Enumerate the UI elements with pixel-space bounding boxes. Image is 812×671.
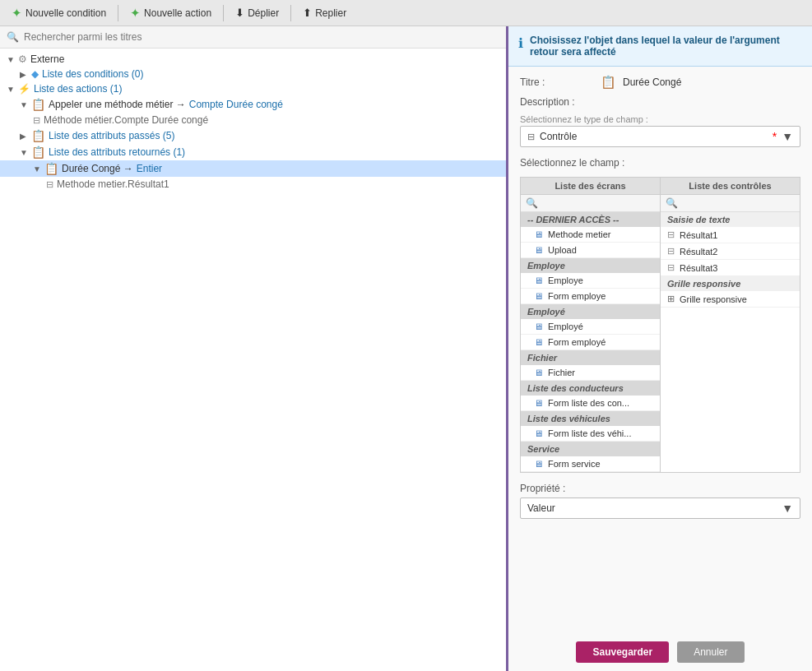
field-type-arrow: ▼ <box>782 130 793 143</box>
property-select[interactable]: Valeur ▼ <box>520 497 800 519</box>
new-condition-button[interactable]: ✦ Nouvelle condition <box>7 4 111 22</box>
screen-icon-employe: 🖥 <box>534 275 543 285</box>
tree-item-method-name[interactable]: ⊟ Méthode métier.Compte Durée congé <box>0 113 506 127</box>
property-label: Propriété : <box>520 483 800 494</box>
search-input[interactable] <box>24 31 499 43</box>
info-icon: ℹ <box>518 35 523 51</box>
tree-item-passed[interactable]: ▶ 📋 Liste des attributs passés (5) <box>0 127 506 144</box>
separator-2 <box>223 5 224 21</box>
field-icon-r1: ⊟ <box>667 229 675 240</box>
group-conducteurs: Liste des conducteurs <box>521 381 660 396</box>
fold-button[interactable]: ⬆ Replier <box>298 5 351 21</box>
tree-item-duree-conge[interactable]: ▼ 📋 Durée Congé → Entier <box>0 160 506 177</box>
group-employe: Employe <box>521 258 660 273</box>
group-service: Service <box>521 442 660 456</box>
right-label-r3: Résultat3 <box>680 263 717 273</box>
tree-item-conditions[interactable]: ▶ ◆ Liste des conditions (0) <box>0 67 506 81</box>
description-row: Description : <box>520 96 800 108</box>
property-arrow: ▼ <box>782 502 793 515</box>
duree-label: Durée Congé → <box>62 163 133 174</box>
unfold-label: Déplier <box>248 7 279 19</box>
screen-icon-form-ea: 🖥 <box>534 337 543 347</box>
col-left-search: 🔍 <box>521 195 660 212</box>
right-label-r2: Résultat2 <box>680 247 717 257</box>
left-panel: 🔍 ▼ ⚙ Externe ▶ ◆ Liste des conditions (… <box>0 26 508 671</box>
search-right-input[interactable] <box>681 198 795 208</box>
search-left-input[interactable] <box>541 198 655 208</box>
field-icon-resultat: ⊟ <box>46 179 53 190</box>
search-left-icon: 🔍 <box>526 197 538 209</box>
cancel-button[interactable]: Annuler <box>677 641 744 663</box>
property-value: Valeur <box>527 502 777 514</box>
item-label-employe-a: Employé <box>548 322 583 331</box>
right-item-resultat2[interactable]: ⊟ Résultat2 <box>661 243 800 260</box>
select-field-label: Sélectionnez le champ : <box>520 157 800 169</box>
item-form-conducteurs[interactable]: 🖥 Form liste des con... <box>521 396 660 411</box>
item-form-service[interactable]: 🖥 Form service <box>521 456 660 472</box>
tree-item-resultat1[interactable]: ⊟ Methode metier.Résultat1 <box>0 177 506 192</box>
item-form-employe[interactable]: 🖥 Form employe <box>521 289 660 304</box>
new-condition-icon: ✦ <box>12 6 22 21</box>
item-label-form-employe: Form employe <box>548 291 606 301</box>
item-label-upload: Upload <box>548 245 577 255</box>
tree-item-externe[interactable]: ▼ ⚙ Externe <box>0 52 506 67</box>
item-label-fichier: Fichier <box>548 368 575 377</box>
call-icon: 📋 <box>31 98 45 111</box>
right-item-resultat1[interactable]: ⊟ Résultat1 <box>661 227 800 243</box>
new-action-button[interactable]: ✦ Nouvelle action <box>125 4 216 22</box>
resultat1-label: Methode metier.Résultat1 <box>57 178 169 190</box>
arrow-returned: ▼ <box>20 148 28 157</box>
main-layout: 🔍 ▼ ⚙ Externe ▶ ◆ Liste des conditions (… <box>0 26 812 671</box>
actions-label: Liste des actions (1) <box>34 83 122 95</box>
right-group-saisie: Saisie de texte <box>661 212 800 227</box>
required-asterisk: * <box>773 130 777 143</box>
item-upload[interactable]: 🖥 Upload <box>521 243 660 258</box>
item-fichier[interactable]: 🖥 Fichier <box>521 365 660 381</box>
field-icon-ctrl: ⊟ <box>527 132 535 142</box>
field-selector: Liste des écrans 🔍 -- DERNIER ACCÈS -- 🖥… <box>520 177 800 473</box>
right-item-grille[interactable]: ⊞ Grille responsive <box>661 291 800 308</box>
group-vehicules: Liste des véhicules <box>521 411 660 426</box>
item-methode-metier[interactable]: 🖥 Methode metier <box>521 227 660 243</box>
item-label-employe: Employe <box>548 275 583 285</box>
unfold-button[interactable]: ⬇ Déplier <box>230 5 284 21</box>
field-type-select[interactable]: ⊟ Contrôle * ▼ <box>520 126 800 147</box>
title-label: Titre : <box>520 76 594 88</box>
item-form-employe-accent[interactable]: 🖥 Form employé <box>521 335 660 350</box>
tree-item-actions[interactable]: ▼ ⚡ Liste des actions (1) <box>0 81 506 96</box>
fold-label: Replier <box>315 7 346 19</box>
item-employe-accent[interactable]: 🖥 Employé <box>521 319 660 335</box>
right-group-grille: Grille responsive <box>661 276 800 291</box>
grid-icon: ⊞ <box>667 294 675 304</box>
search-icon: 🔍 <box>7 31 19 43</box>
col-right: Liste des contrôles 🔍 Saisie de texte ⊟ … <box>661 178 800 472</box>
field-type-value: Contrôle <box>540 131 768 142</box>
returned-label: Liste des attributs retournés (1) <box>49 146 185 158</box>
item-label-form-service: Form service <box>548 459 601 469</box>
form-area: Titre : 📋 Durée Congé Description : Séle… <box>508 67 812 177</box>
toolbar: ✦ Nouvelle condition ✦ Nouvelle action ⬇… <box>0 0 812 26</box>
arrow-actions: ▼ <box>7 85 15 94</box>
description-label: Description : <box>520 96 594 108</box>
item-form-vehicules[interactable]: 🖥 Form liste des véhi... <box>521 426 660 442</box>
title-field-icon: 📋 <box>601 75 616 90</box>
group-fichier: Fichier <box>521 350 660 365</box>
tree-item-returned[interactable]: ▼ 📋 Liste des attributs retournés (1) <box>0 144 506 160</box>
screen-icon-form-employe: 🖥 <box>534 291 543 301</box>
call-label: Appeler une méthode métier → <box>49 99 186 110</box>
field-icon-method: ⊟ <box>33 115 40 126</box>
right-item-resultat3[interactable]: ⊟ Résultat3 <box>661 260 800 276</box>
call-link: Compte Durée congé <box>189 99 283 110</box>
separator-3 <box>290 5 291 21</box>
screen-icon-mm: 🖥 <box>534 229 543 239</box>
separator-1 <box>118 5 118 21</box>
group-dernier-acces: -- DERNIER ACCÈS -- <box>521 212 660 227</box>
save-button[interactable]: Sauvegarder <box>576 641 669 663</box>
item-employe[interactable]: 🖥 Employe <box>521 273 660 289</box>
right-label-r1: Résultat1 <box>680 230 717 240</box>
tree-item-call-method[interactable]: ▼ 📋 Appeler une méthode métier → Compte … <box>0 96 506 113</box>
field-type-label: Sélectionnez le type de champ : <box>520 114 800 124</box>
screen-icon-upload: 🖥 <box>534 245 543 255</box>
arrow-conditions: ▶ <box>20 70 28 79</box>
title-row: Titre : 📋 Durée Congé <box>520 75 800 90</box>
